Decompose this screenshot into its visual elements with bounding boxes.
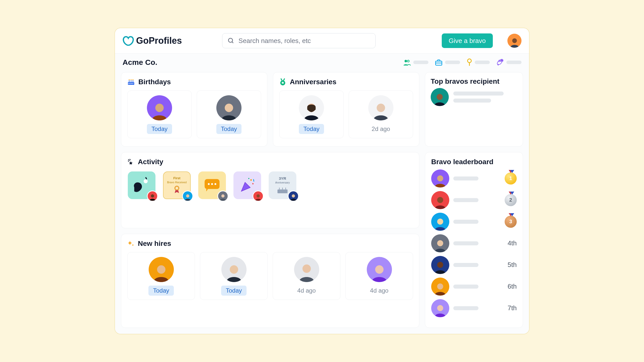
birthdays-title: Birthdays xyxy=(138,78,171,86)
stat-people[interactable] xyxy=(403,59,428,66)
avatar xyxy=(299,95,324,120)
stat-clap[interactable] xyxy=(496,59,521,66)
svg-rect-36 xyxy=(252,183,254,185)
stat-briefcase[interactable] xyxy=(435,59,460,66)
svg-point-47 xyxy=(437,240,443,246)
search-input[interactable]: Search names, roles, etc xyxy=(222,33,376,48)
avatar xyxy=(368,95,393,120)
activity-row: First Bravo Received xyxy=(127,170,413,201)
activity-item-bravo-art[interactable] xyxy=(128,171,155,199)
svg-point-34 xyxy=(221,194,225,198)
new-hire-person[interactable]: 4d ago xyxy=(273,252,340,300)
leaderboard-row[interactable]: 4th xyxy=(431,234,517,252)
date-badge: 2d ago xyxy=(367,124,394,134)
svg-point-15 xyxy=(133,79,134,80)
placeholder-line xyxy=(453,99,491,103)
anniversary-person[interactable]: Today xyxy=(279,90,344,138)
date-badge: 4d ago xyxy=(366,286,393,296)
avatar xyxy=(431,256,449,274)
brand-logo-icon xyxy=(123,36,134,46)
rank-label: 5th xyxy=(502,261,517,269)
anniversaries-title: Anniversaries xyxy=(290,78,336,86)
svg-point-43 xyxy=(292,194,295,198)
svg-point-35 xyxy=(250,179,252,181)
subheader: Acme Co. xyxy=(115,54,529,70)
date-badge: Today xyxy=(216,124,242,134)
svg-point-2 xyxy=(512,38,517,43)
avatar xyxy=(431,278,449,296)
date-badge: 4d ago xyxy=(293,286,320,296)
avatar xyxy=(221,257,247,282)
leaderboard-row[interactable]: 2 xyxy=(431,191,517,209)
svg-point-29 xyxy=(186,194,189,198)
stat-location[interactable] xyxy=(467,59,490,66)
avatar xyxy=(216,95,242,120)
placeholder-line xyxy=(453,241,478,245)
bravo-leaderboard-card: Bravo leaderboard 1 2 3 xyxy=(425,152,523,328)
leaderboard-row[interactable]: 1 xyxy=(431,169,517,188)
new-hire-person[interactable]: Today xyxy=(200,252,268,300)
current-user-avatar[interactable] xyxy=(507,34,521,48)
brand-logo[interactable]: GoProfiles xyxy=(123,35,182,46)
svg-point-31 xyxy=(208,183,210,185)
placeholder-line xyxy=(453,220,478,224)
svg-point-49 xyxy=(437,284,443,290)
anniversary-person[interactable]: 2d ago xyxy=(349,90,413,138)
svg-point-33 xyxy=(215,183,216,185)
svg-point-21 xyxy=(437,94,443,100)
svg-point-17 xyxy=(225,104,233,112)
date-badge: Today xyxy=(221,286,246,296)
new-hires-title: New hires xyxy=(138,240,171,248)
placeholder-line xyxy=(453,176,478,180)
svg-point-13 xyxy=(129,79,130,80)
svg-point-38 xyxy=(257,194,260,198)
activity-item-anniversary-3yr[interactable]: 3YR Anniversary xyxy=(269,171,296,199)
activity-actor-avatar xyxy=(147,191,158,202)
svg-point-51 xyxy=(157,265,165,274)
shooting-star-icon xyxy=(127,158,134,165)
leaderboard-row[interactable]: 5th xyxy=(431,256,517,274)
leaderboard-row[interactable]: 7th xyxy=(431,299,517,317)
people-icon xyxy=(403,59,411,66)
placeholder-line xyxy=(453,92,504,96)
leaderboard-row[interactable]: 6th xyxy=(431,278,517,296)
top-bravos-title: Top bravos recipient xyxy=(431,77,499,85)
silver-medal-icon: 2 xyxy=(505,194,517,206)
svg-point-54 xyxy=(375,265,383,274)
top-bravos-avatar[interactable] xyxy=(431,88,449,106)
svg-line-1 xyxy=(232,42,233,43)
avatar xyxy=(431,234,449,252)
give-bravo-button[interactable]: Give a bravo xyxy=(442,33,493,48)
svg-line-22 xyxy=(128,159,130,161)
birthdays-card: Birthdays Today Today xyxy=(121,72,267,147)
activity-item-chat[interactable] xyxy=(198,171,226,199)
svg-point-45 xyxy=(437,197,443,203)
birthday-cake-icon xyxy=(127,78,135,85)
new-hire-person[interactable]: Today xyxy=(127,252,195,300)
brand-name: GoProfiles xyxy=(136,35,182,46)
leaderboard-row[interactable]: 3 xyxy=(431,213,517,231)
search-icon xyxy=(227,37,234,44)
svg-point-3 xyxy=(405,60,407,62)
sparkles-icon xyxy=(127,240,134,247)
activity-actor-avatar xyxy=(217,191,228,202)
avatar xyxy=(431,213,449,231)
rank-label: 4th xyxy=(502,239,517,247)
activity-actor-avatar xyxy=(253,191,264,202)
main-content: Birthdays Today Today Anniversaries xyxy=(115,70,529,334)
new-hire-person[interactable]: 4d ago xyxy=(345,252,413,300)
birthday-person[interactable]: Today xyxy=(197,90,261,138)
avatar xyxy=(147,95,172,120)
clap-icon xyxy=(496,59,504,66)
bravo-leaderboard-title: Bravo leaderboard xyxy=(431,158,493,166)
placeholder-line xyxy=(453,285,478,289)
activity-item-first-bravo-badge[interactable]: First Bravo Received xyxy=(163,171,191,199)
date-badge: Today xyxy=(299,124,324,134)
svg-line-24 xyxy=(128,161,129,162)
activity-card: Activity First Bravo Received xyxy=(121,152,419,229)
activity-item-confetti[interactable] xyxy=(233,171,261,199)
svg-point-25 xyxy=(144,179,148,183)
birthday-person[interactable]: Today xyxy=(127,90,192,138)
svg-point-53 xyxy=(302,264,311,273)
svg-point-16 xyxy=(155,104,164,112)
